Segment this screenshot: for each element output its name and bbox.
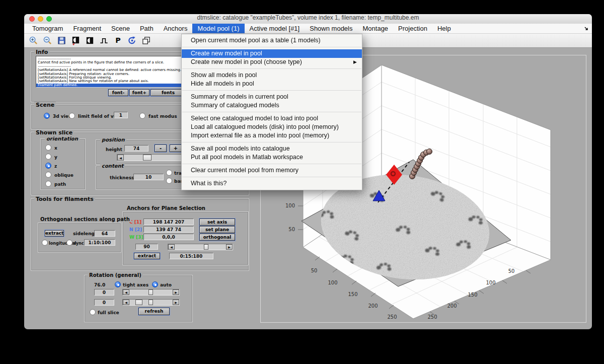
rotation-slider-1-thumb[interactable]: [148, 289, 153, 295]
radio-orientation-oblique[interactable]: [45, 172, 51, 178]
radio-orientation-z-label: z: [54, 164, 57, 169]
radio-full-slice[interactable]: [90, 309, 96, 315]
orthogonal-button[interactable]: orthogonal: [199, 234, 235, 241]
menu-item-show-all-models-in-pool[interactable]: Show all models in pool: [182, 71, 362, 80]
thickness-field[interactable]: [133, 174, 164, 180]
refresh-button[interactable]: refresh: [138, 308, 170, 315]
limit-fov-field[interactable]: [114, 112, 128, 118]
radio-orientation-x-label: x: [54, 145, 57, 151]
height-minus-button[interactable]: -: [155, 144, 167, 152]
app-window: dtmslice: catalogue "exampleTubes", volu…: [24, 14, 592, 329]
angle-range-field[interactable]: [169, 253, 213, 259]
menubar-item-projection[interactable]: Projection: [393, 24, 432, 33]
fonts-button[interactable]: fonts: [150, 89, 186, 96]
sidelength-field[interactable]: [94, 230, 115, 237]
rotation-slider-1[interactable]: ◀ ▶: [122, 289, 180, 296]
zoom-out-icon[interactable]: [42, 36, 52, 46]
rotation-field-2[interactable]: [94, 299, 114, 306]
angle-slider[interactable]: ◀ ▶: [168, 244, 233, 250]
rotation-field-1[interactable]: [94, 289, 114, 296]
menubar-item-model-pool-1[interactable]: Model pool (1): [192, 24, 244, 33]
menubar-item-montage[interactable]: Montage: [358, 24, 394, 33]
menu-item-summary-of-catalogued-models[interactable]: Summary of catalogued models: [182, 101, 362, 110]
menu-item-open-current-model-pool-as-a-table-1-models[interactable]: Open current model pool as a table (1 mo…: [182, 36, 362, 45]
menubar-item-fragment[interactable]: Fragment: [68, 24, 106, 33]
axis-tick-label: 250: [387, 314, 397, 320]
radio-orientation-z[interactable]: [45, 163, 51, 169]
anchor-field-n-2[interactable]: [143, 226, 194, 233]
menu-item-select-one-catalogued-model-to-load-into-pool[interactable]: Select one catalogued model to load into…: [182, 114, 362, 123]
invert-contrast-icon[interactable]: [70, 36, 81, 46]
menu-item-clear-current-model-pool-from-memory[interactable]: Clear current model pool from memory: [182, 166, 362, 175]
sync-range-field[interactable]: [84, 239, 115, 246]
menu-item-load-all-catalogued-models-disk-into-pool-memory[interactable]: Load all catalogued models (disk) into p…: [182, 123, 362, 131]
menubar-item-scene[interactable]: Scene: [106, 24, 135, 33]
menu-item-create-new-model-in-pool-choose-type[interactable]: Create new model in pool (choose type)▶: [182, 58, 362, 66]
anchors-extract-button[interactable]: extract: [134, 253, 160, 259]
radio-3d-view[interactable]: [44, 113, 50, 119]
radio-transparent[interactable]: [166, 170, 172, 176]
position-slider-thumb[interactable]: [143, 155, 152, 161]
angle-slider-thumb[interactable]: [204, 244, 208, 250]
slider-left-arrow-icon[interactable]: ◀: [123, 289, 129, 295]
rotation-slider-2-a[interactable]: [135, 300, 142, 305]
filament-sphere[interactable]: [427, 149, 432, 155]
font-smaller-button[interactable]: font-: [108, 89, 128, 96]
menu-item-summary-of-models-in-current-pool[interactable]: Summary of models in current pool: [182, 93, 362, 101]
menubar-item-tomogram[interactable]: Tomogram: [27, 24, 68, 33]
anchor-field-w-3[interactable]: [143, 234, 194, 240]
menu-item-save-all-pool-models-into-catalogue[interactable]: Save all pool models into catalogue: [182, 144, 362, 153]
menubar-item-path[interactable]: Path: [135, 24, 159, 33]
anchor-label-n-2: N [2]: [129, 227, 142, 232]
menubar-item-active-model-1[interactable]: Active model [#1]: [245, 24, 305, 33]
shown-slice-title: Shown slice: [34, 129, 74, 136]
step-response-icon[interactable]: [99, 36, 109, 46]
menu-item-import-external-file-as-a-model-into-pool-memory[interactable]: Import external file as a model into poo…: [182, 131, 362, 140]
menu-item-put-all-pool-models-in-matlab-workspace[interactable]: Put all pool models in Matlab workspace: [182, 153, 362, 162]
menubar-overflow-icon[interactable]: [584, 24, 589, 33]
anchor-label-w-3: W [3]: [129, 235, 143, 240]
radio-orientation-path[interactable]: [45, 181, 51, 187]
slider-right-arrow-icon[interactable]: ▶: [173, 300, 179, 305]
radio-fast-modus[interactable]: [139, 113, 145, 119]
radio-orientation-x[interactable]: [45, 144, 51, 151]
menubar-item-help[interactable]: Help: [432, 24, 456, 33]
ortho-extract-button[interactable]: extract: [45, 230, 64, 237]
slider-right-arrow-icon[interactable]: ▶: [173, 289, 179, 295]
save-icon[interactable]: [56, 36, 66, 46]
slider-left-arrow-icon[interactable]: ◀: [117, 155, 124, 161]
radio-sync[interactable]: [66, 240, 72, 246]
duplicate-window-icon[interactable]: [141, 36, 151, 46]
p-tool-icon[interactable]: P: [113, 36, 123, 46]
menubar-item-anchors[interactable]: Anchors: [159, 24, 193, 33]
slider-left-arrow-icon[interactable]: ◀: [168, 244, 175, 250]
height-label: height: [106, 147, 122, 152]
height-field[interactable]: [124, 145, 148, 152]
radio-band[interactable]: [166, 178, 172, 184]
contrast-icon[interactable]: [85, 36, 95, 46]
rotation-slider-2-thumb[interactable]: [148, 300, 153, 305]
zoom-in-icon[interactable]: [28, 36, 38, 46]
menu-item-what-is-this[interactable]: What is this?: [182, 179, 362, 188]
radio-tight-axes[interactable]: [115, 281, 121, 287]
menu-separator: [182, 164, 361, 164]
menu-item-create-new-model-in-pool[interactable]: Create new model in pool: [182, 49, 362, 58]
font-larger-button[interactable]: font+: [129, 89, 149, 96]
radio-auto[interactable]: [152, 281, 158, 287]
anchor-field-c-1[interactable]: [143, 219, 194, 225]
rotation-slider-2[interactable]: ◀ ▶: [122, 299, 180, 306]
radio-limit-fov[interactable]: [69, 113, 75, 119]
menu-item-hide-all-models-in-pool[interactable]: Hide all models in pool: [182, 80, 362, 88]
radio-tight-axes-label: tight axes: [123, 282, 148, 287]
slider-left-arrow-icon[interactable]: ◀: [123, 300, 129, 305]
radio-orientation-y[interactable]: [45, 154, 51, 160]
set-plane-button[interactable]: set plane: [199, 226, 235, 233]
height-plus-button[interactable]: +: [170, 144, 182, 152]
angle-field[interactable]: [135, 244, 158, 250]
menubar-item-shown-models[interactable]: Shown models: [305, 24, 357, 33]
set-axis-button[interactable]: set axis: [199, 219, 235, 226]
slider-right-arrow-icon[interactable]: ▶: [226, 244, 233, 250]
rotate-view-icon[interactable]: [127, 36, 137, 46]
radio-longitudinal[interactable]: [42, 240, 48, 246]
scene-panel-title: Scene: [34, 102, 56, 108]
